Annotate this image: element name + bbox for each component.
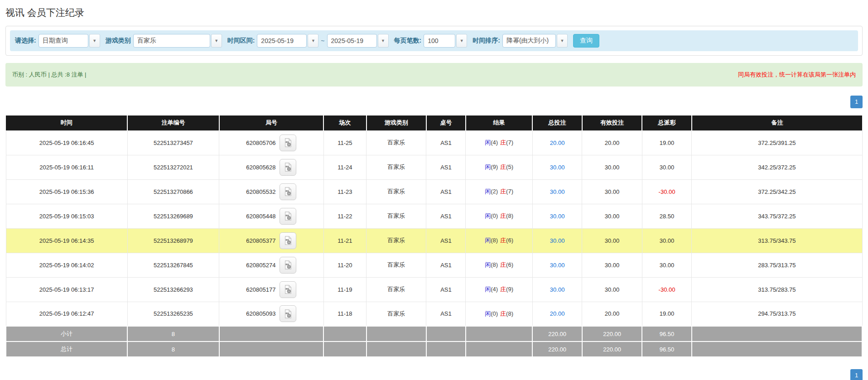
search-button[interactable]: 查询 — [573, 34, 599, 48]
result-cell: 闲(0)庄(8) — [466, 204, 532, 228]
total-bet-cell: 20.00 — [532, 130, 582, 155]
col-round-id: 局号 — [219, 115, 324, 130]
result-cell: 闲(2)庄(7) — [466, 179, 532, 204]
time-cell: 2025-05-19 06:14:35 — [6, 228, 127, 253]
sort-order-dropdown-button[interactable]: ▼ — [557, 34, 568, 48]
page-size-dropdown-button[interactable]: ▼ — [456, 34, 467, 48]
total-bet-link[interactable]: 30.00 — [550, 286, 565, 293]
filter-panel: 请选择: ▼ 游戏类别 ▼ 时间区间: ▼ ~ ▼ 每页笔数: — [5, 26, 863, 56]
remark-cell: 372.25/342.25 — [692, 179, 862, 204]
banker-score: (7) — [506, 188, 513, 195]
total-bet-link[interactable]: 20.00 — [550, 139, 565, 146]
table-row: 2025-05-19 06:12:47 522513265235 6208050… — [6, 302, 862, 326]
col-result: 结果 — [466, 115, 532, 130]
table-row: 2025-05-19 06:15:36 522513270866 6208055… — [6, 179, 862, 204]
page-1-button[interactable]: 1 — [850, 369, 863, 380]
player-score: (0) — [491, 212, 498, 219]
sort-order-input[interactable] — [502, 34, 556, 48]
video-replay-button[interactable] — [280, 305, 296, 322]
total-bet-link[interactable]: 30.00 — [550, 164, 565, 171]
total-bet-link[interactable]: 20.00 — [550, 310, 565, 317]
remark-cell: 313.75/343.75 — [692, 228, 862, 253]
bet-id-cell: 522513268979 — [127, 228, 219, 253]
col-bet-id: 注单编号 — [127, 115, 219, 130]
session-cell: 11-24 — [323, 155, 366, 179]
total-bet-link[interactable]: 30.00 — [550, 237, 565, 244]
video-replay-button[interactable] — [280, 232, 296, 249]
valid-bet-cell: 20.00 — [582, 302, 642, 326]
video-replay-button[interactable] — [280, 183, 296, 200]
game-type-combobox: ▼ — [133, 34, 222, 48]
video-record-icon — [283, 309, 293, 319]
game-type-dropdown-button[interactable]: ▼ — [211, 34, 222, 48]
sort-order-combobox: ▼ — [502, 34, 568, 48]
query-type-dropdown-button[interactable]: ▼ — [89, 34, 100, 48]
video-replay-button[interactable] — [280, 159, 296, 176]
player-score: (9) — [491, 164, 498, 170]
time-cell: 2025-05-19 06:15:36 — [6, 179, 127, 204]
banker-score: (6) — [506, 237, 513, 244]
table-footer: 小计 8 220.00 220.00 96.50 总计 8 2 — [6, 326, 862, 357]
time-cell: 2025-05-19 06:15:03 — [6, 204, 127, 228]
result-cell: 闲(9)庄(5) — [466, 155, 532, 179]
total-bet-link[interactable]: 30.00 — [550, 213, 565, 220]
col-total-bet: 总投注 — [532, 115, 582, 130]
video-replay-button[interactable] — [280, 257, 296, 274]
game-type-cell: 百家乐 — [366, 179, 426, 204]
table-no-cell: AS1 — [426, 253, 466, 277]
date-to-dropdown-button[interactable]: ▼ — [378, 34, 389, 48]
banker-result: 庄 — [500, 261, 506, 268]
round-id-cell: 620805377 — [219, 228, 324, 253]
banker-score: (8) — [506, 310, 513, 317]
remark-cell: 342.25/372.25 — [692, 155, 862, 179]
round-id-cell: 620805628 — [219, 155, 324, 179]
query-type-label: 请选择: — [15, 37, 36, 45]
bet-id-cell: 522513269689 — [127, 204, 219, 228]
time-cell: 2025-05-19 06:13:17 — [6, 277, 127, 302]
total-bet-link[interactable]: 30.00 — [550, 188, 565, 195]
date-to-input[interactable] — [327, 34, 377, 48]
video-replay-button[interactable] — [280, 135, 296, 151]
pagination-top: 1 — [5, 96, 863, 108]
session-cell: 11-22 — [323, 204, 366, 228]
page-1-button[interactable]: 1 — [850, 96, 863, 108]
video-replay-button[interactable] — [280, 208, 296, 225]
video-replay-button[interactable] — [280, 281, 296, 298]
subtotal-row: 小计 8 220.00 220.00 96.50 — [6, 326, 862, 342]
payout-cell: 30.00 — [642, 228, 692, 253]
col-time: 时间 — [6, 115, 127, 130]
total-bet-link[interactable]: 30.00 — [550, 262, 565, 269]
player-result: 闲 — [485, 139, 491, 146]
player-score: (4) — [491, 286, 498, 293]
pagination-bottom: 1 — [5, 369, 863, 380]
subtotal-empty-session — [323, 326, 366, 342]
query-type-input[interactable] — [39, 34, 88, 48]
grand-total-row: 总计 8 220.00 220.00 96.50 — [6, 342, 862, 357]
summary-bar: 币别 : 人民币 | 总共 :8 注单 | 同局有效投注，统一计算在该局第一张注… — [5, 63, 863, 87]
bet-id-cell: 522513272021 — [127, 155, 219, 179]
player-score: (0) — [491, 310, 498, 317]
round-id-cell: 620805274 — [219, 253, 324, 277]
round-id-text: 620805706 — [246, 139, 275, 146]
header-row: 时间 注单编号 局号 场次 游戏类别 桌号 结果 总投注 有效投注 总派彩 备注 — [6, 115, 862, 130]
time-cell: 2025-05-19 06:16:45 — [6, 130, 127, 155]
table-no-cell: AS1 — [426, 179, 466, 204]
page-root: 视讯 会员下注纪录 请选择: ▼ 游戏类别 ▼ 时间区间: ▼ ~ ▼ — [0, 0, 868, 380]
total-bet-cell: 30.00 — [532, 253, 582, 277]
time-cell: 2025-05-19 06:14:02 — [6, 253, 127, 277]
player-score: (4) — [491, 139, 498, 146]
subtotal-empty-result — [466, 326, 532, 342]
banker-result: 庄 — [500, 188, 506, 195]
date-from-input[interactable] — [257, 34, 307, 48]
banker-result: 庄 — [500, 286, 506, 293]
total-valid-bet: 220.00 — [582, 342, 642, 357]
page-size-input[interactable] — [424, 34, 455, 48]
banker-score: (5) — [506, 164, 513, 170]
bet-id-cell: 522513267845 — [127, 253, 219, 277]
game-type-input[interactable] — [133, 34, 210, 48]
query-type-combobox: ▼ — [39, 34, 100, 48]
date-from-dropdown-button[interactable]: ▼ — [308, 34, 318, 48]
table-row: 2025-05-19 06:13:17 522513266293 6208051… — [6, 277, 862, 302]
total-bet-cell: 30.00 — [532, 277, 582, 302]
total-empty-remark — [692, 342, 862, 357]
